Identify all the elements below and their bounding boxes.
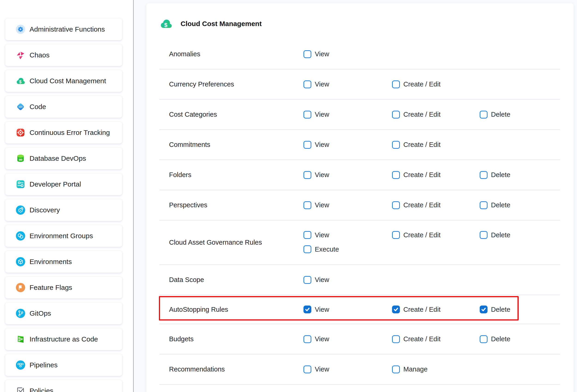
checkbox-autostopping-rules-delete[interactable]: [480, 306, 488, 313]
sidebar-item-infrastructure-as-code[interactable]: Infrastructure as Code: [5, 328, 122, 350]
sidebar-item-developer-portal[interactable]: Developer Portal: [5, 173, 122, 195]
checkbox-label: Create / Edit: [403, 201, 440, 209]
permission-name: Data Scope: [159, 276, 303, 284]
page-title: Cloud Cost Management: [180, 20, 262, 28]
permission-row: Currency PreferencesViewCreate / Edit: [159, 70, 560, 100]
permission-option: Create / Edit: [392, 80, 440, 88]
checkbox-cloud-asset-governance-rules-delete[interactable]: [480, 231, 488, 239]
checkbox-label: Create / Edit: [403, 306, 440, 313]
checkbox-folders-view[interactable]: [303, 171, 311, 179]
checkbox-cost-categories-view[interactable]: [303, 111, 311, 118]
permission-option: View: [303, 276, 329, 284]
checkbox-label: Delete: [491, 111, 510, 118]
checkbox-label: Delete: [491, 335, 510, 343]
sidebar-item-policies[interactable]: Policies: [5, 380, 122, 392]
checkbox-budgets-view[interactable]: [303, 335, 311, 343]
permission-row: AnomaliesView: [159, 39, 560, 70]
target-icon: [16, 128, 25, 137]
sidebar-item-database-devops[interactable]: ∞Database DevOps: [5, 147, 122, 170]
sidebar-item-discovery[interactable]: Discovery: [5, 199, 122, 221]
checkbox-folders-delete[interactable]: [480, 171, 488, 179]
permission-name: Cloud Asset Governance Rules: [159, 239, 303, 246]
permission-option: Create / Edit: [392, 335, 440, 343]
hexagon-search-icon: [16, 206, 25, 215]
checkbox-label: View: [315, 201, 329, 209]
permission-row: Data ScopeView: [159, 265, 560, 295]
permission-row: BudgetsViewCreate / EditDelete: [159, 324, 560, 355]
checkbox-anomalies-view[interactable]: [303, 50, 311, 58]
nodes-icon: [16, 180, 25, 189]
main-panel: $ Cloud Cost Management AnomaliesViewCur…: [146, 3, 574, 392]
checkbox-budgets-create-edit[interactable]: [392, 335, 400, 343]
checkbox-label: Create / Edit: [403, 231, 440, 239]
checkbox-currency-preferences-create-edit[interactable]: [392, 80, 400, 88]
sidebar-item-label: Environments: [30, 258, 72, 266]
permission-option: Create / Edit: [392, 141, 440, 149]
checkbox-perspectives-create-edit[interactable]: [392, 201, 400, 209]
checkbox-perspectives-delete[interactable]: [480, 201, 488, 209]
permission-option: Create / Edit: [392, 306, 440, 313]
permission-option: Create / Edit: [392, 201, 440, 209]
sidebar-item-continuous-error-tracking[interactable]: Continuous Error Tracking: [5, 121, 122, 144]
permission-name: Folders: [159, 171, 303, 179]
sidebar: Administrative FunctionsChaos$Cloud Cost…: [0, 0, 133, 392]
sidebar-item-code[interactable]: </>Code: [5, 96, 122, 118]
sidebar-item-feature-flags[interactable]: Feature Flags: [5, 277, 122, 299]
sidebar-item-label: Cloud Cost Management: [30, 77, 106, 85]
permission-option: Delete: [480, 171, 510, 179]
sidebar-item-label: Code: [30, 103, 46, 111]
sidebar-item-environment-groups[interactable]: Environment Groups: [5, 225, 122, 247]
permission-rows: AnomaliesViewCurrency PreferencesViewCre…: [159, 39, 560, 385]
checkbox-commitments-create-edit[interactable]: [392, 141, 400, 149]
checkbox-cloud-asset-governance-rules-execute[interactable]: [303, 245, 311, 253]
sidebar-item-administrative-functions[interactable]: Administrative Functions: [5, 18, 122, 40]
checkbox-folders-create-edit[interactable]: [392, 171, 400, 179]
git-branch-icon: [16, 309, 25, 318]
permission-name: Budgets: [159, 335, 303, 343]
permission-option: Delete: [480, 231, 510, 239]
checkbox-check-icon: [16, 386, 25, 392]
sidebar-item-chaos[interactable]: Chaos: [5, 44, 122, 66]
sidebar-item-cloud-cost-management[interactable]: $Cloud Cost Management: [5, 70, 122, 92]
checkbox-currency-preferences-view[interactable]: [303, 80, 311, 88]
sidebar-item-label: Chaos: [30, 51, 50, 59]
main-header: $ Cloud Cost Management: [146, 3, 574, 29]
sidebar-item-label: Developer Portal: [30, 180, 81, 188]
checkbox-label: View: [315, 111, 329, 118]
checkbox-recommendations-manage[interactable]: [392, 365, 400, 373]
checkbox-data-scope-view[interactable]: [303, 276, 311, 284]
checkbox-label: Delete: [491, 306, 510, 313]
permission-option: Delete: [480, 201, 510, 209]
permission-option: View: [303, 171, 329, 179]
checkbox-cost-categories-delete[interactable]: [480, 111, 488, 118]
permission-name: Recommendations: [159, 365, 303, 373]
permission-option: Delete: [480, 306, 510, 313]
checkbox-label: Create / Edit: [403, 111, 440, 118]
hexagons-icon: [16, 231, 25, 241]
checkbox-recommendations-view[interactable]: [303, 365, 311, 373]
permission-option: Create / Edit: [392, 171, 440, 179]
checkbox-autostopping-rules-create-edit[interactable]: [392, 306, 400, 313]
checkbox-cloud-asset-governance-rules-view[interactable]: [303, 231, 311, 239]
sidebar-item-label: Infrastructure as Code: [30, 335, 98, 343]
permission-option: View: [303, 141, 329, 149]
checkbox-budgets-delete[interactable]: [480, 335, 488, 343]
checkbox-cost-categories-create-edit[interactable]: [392, 111, 400, 118]
sidebar-item-label: Pipelines: [30, 361, 58, 369]
sidebar-item-environments[interactable]: Environments: [5, 251, 122, 273]
sidebar-item-gitops[interactable]: GitOps: [5, 302, 122, 324]
permission-row: RecommendationsViewManage: [159, 355, 560, 385]
permission-option: View: [303, 365, 329, 373]
checkbox-perspectives-view[interactable]: [303, 201, 311, 209]
sidebar-item-pipelines[interactable]: Pipelines: [5, 354, 122, 376]
checkbox-autostopping-rules-view[interactable]: [303, 306, 311, 313]
permission-row: PerspectivesViewCreate / EditDelete: [159, 190, 560, 220]
permission-option: View: [303, 335, 329, 343]
sidebar-item-label: Continuous Error Tracking: [30, 129, 110, 137]
cube-icon: [16, 257, 25, 266]
checkbox-cloud-asset-governance-rules-create-edit[interactable]: [392, 231, 400, 239]
permission-name: Cost Categories: [159, 111, 303, 118]
checkbox-label: View: [315, 335, 329, 343]
checkbox-commitments-view[interactable]: [303, 141, 311, 149]
checkbox-label: Create / Edit: [403, 335, 440, 343]
